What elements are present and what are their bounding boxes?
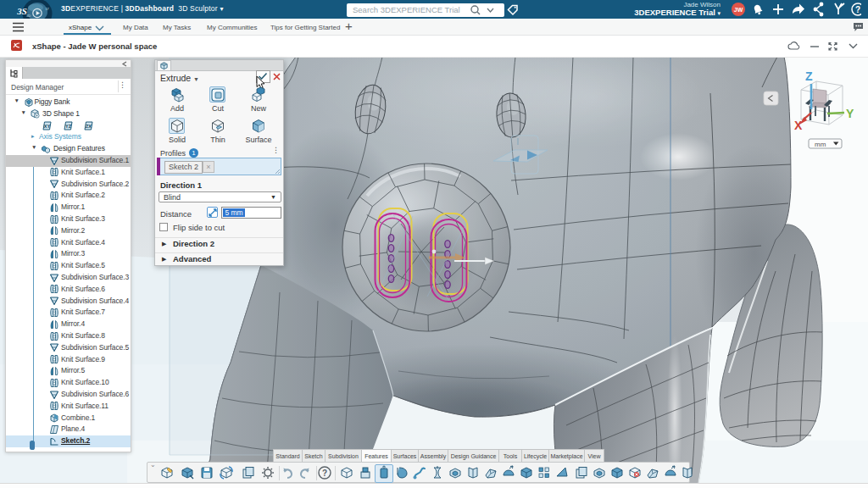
svg-text:3S: 3S xyxy=(16,6,27,16)
svg-text:JW: JW xyxy=(734,7,743,13)
svg-text:?: ? xyxy=(855,5,860,14)
svg-text:XY: XY xyxy=(44,123,51,128)
svg-text:YZ: YZ xyxy=(65,123,72,128)
svg-text:X: X xyxy=(794,119,803,132)
svg-text:Y: Y xyxy=(846,107,854,120)
svg-text:ZX: ZX xyxy=(86,123,92,128)
svg-text:3D: 3D xyxy=(26,14,31,18)
svg-text:mm: mm xyxy=(815,141,826,148)
svg-text:?: ? xyxy=(322,469,327,478)
svg-text:17: 17 xyxy=(46,8,49,11)
svg-text:Z: Z xyxy=(805,69,813,83)
